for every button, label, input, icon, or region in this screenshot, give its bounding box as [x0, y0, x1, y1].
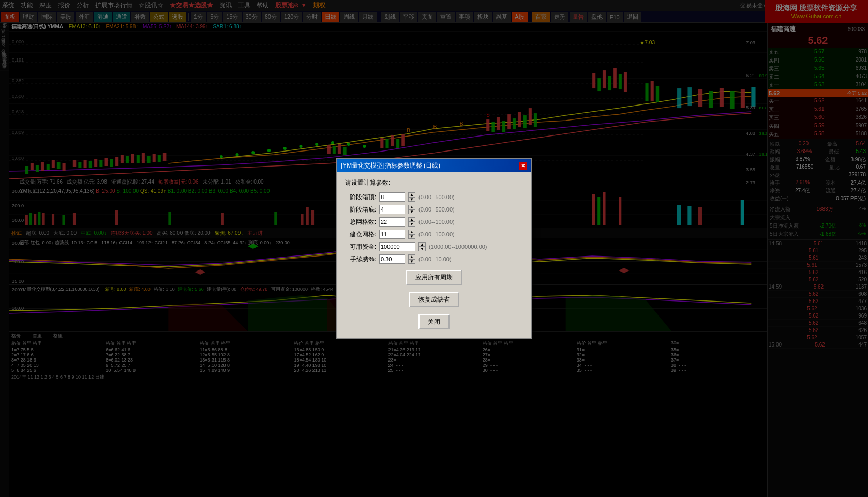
modal-spin-up-1[interactable]: ▲: [408, 205, 415, 209]
modal-body: 请设置计算参数: 阶段箱顶: ▲ ▼ (0.00--500.00) 阶段箱底: …: [337, 172, 531, 338]
modal-field-3: 建仓网格: ▲ ▼ (0.00--100.00): [345, 230, 523, 239]
modal-input-4[interactable]: [379, 242, 415, 251]
modal-label-0: 阶段箱顶:: [345, 193, 376, 202]
modal-spin-up-4[interactable]: ▲: [418, 242, 426, 247]
modal-spin-4: ▲ ▼: [418, 242, 426, 251]
modal-spin-up-2[interactable]: ▲: [408, 217, 415, 222]
modal-field-5: 手续费%: ▲ ▼ (0.00--10.00): [345, 254, 523, 264]
modal-spin-down-4[interactable]: ▼: [418, 247, 426, 251]
modal-title: [YM量化交模型]指标参数调整 (日线): [341, 161, 440, 170]
modal-spin-2: ▲ ▼: [408, 217, 415, 227]
modal-spin-up-5[interactable]: ▲: [408, 254, 415, 259]
modal-field-4: 可用资金: ▲ ▼ (1000.00--1000000.00): [345, 242, 523, 251]
modal-apply-btn[interactable]: 应用所有周期: [406, 270, 462, 285]
modal-spin-down-5[interactable]: ▼: [408, 259, 415, 264]
modal-range-1: (0.00--500.00): [418, 206, 455, 213]
modal-input-3[interactable]: [379, 230, 405, 239]
modal-spin-1: ▲ ▼: [408, 205, 415, 214]
modal-spin-up-0[interactable]: ▲: [408, 192, 415, 197]
modal-subtitle: 请设置计算参数:: [345, 178, 523, 187]
modal-overlay: [YM量化交模型]指标参数调整 (日线) ✕ 请设置计算参数: 阶段箱顶: ▲ …: [0, 0, 868, 497]
modal-label-5: 手续费%:: [345, 255, 376, 264]
modal-label-4: 可用资金:: [345, 243, 376, 251]
modal-range-3: (0.00--100.00): [418, 231, 455, 237]
modal-range-0: (0.00--500.00): [418, 194, 455, 200]
modal-range-4: (1000.00--1000000.00): [429, 244, 487, 250]
modal-close-btn[interactable]: 关闭: [418, 314, 450, 329]
modal-spin-up-3[interactable]: ▲: [408, 230, 415, 234]
modal-dialog: [YM量化交模型]指标参数调整 (日线) ✕ 请设置计算参数: 阶段箱顶: ▲ …: [336, 158, 532, 339]
modal-range-2: (0.00--100.00): [418, 219, 455, 225]
modal-close-x-btn[interactable]: ✕: [519, 162, 527, 170]
modal-spin-down-1[interactable]: ▼: [408, 209, 415, 214]
modal-spin-5: ▲ ▼: [408, 254, 415, 264]
modal-field-1: 阶段箱底: ▲ ▼ (0.00--500.00): [345, 205, 523, 214]
modal-label-1: 阶段箱底:: [345, 205, 376, 214]
modal-spin-down-3[interactable]: ▼: [408, 234, 415, 239]
modal-input-2[interactable]: [379, 217, 405, 227]
modal-input-0[interactable]: [379, 192, 405, 202]
modal-titlebar: [YM量化交模型]指标参数调整 (日线) ✕: [337, 159, 531, 172]
modal-label-2: 总网格数:: [345, 218, 376, 227]
modal-label-3: 建仓网格:: [345, 230, 376, 239]
modal-field-0: 阶段箱顶: ▲ ▼ (0.00--500.00): [345, 192, 523, 202]
modal-spin-3: ▲ ▼: [408, 230, 415, 239]
modal-input-1[interactable]: [379, 205, 405, 214]
modal-range-5: (0.00--10.00): [418, 256, 452, 262]
modal-spin-0: ▲ ▼: [408, 192, 415, 202]
modal-spin-down-0[interactable]: ▼: [408, 197, 415, 202]
modal-field-2: 总网格数: ▲ ▼ (0.00--100.00): [345, 217, 523, 227]
modal-spin-down-2[interactable]: ▼: [408, 222, 415, 227]
modal-input-5[interactable]: [379, 254, 405, 264]
modal-buttons: 应用所有周期 恢复成缺省 关闭: [345, 268, 523, 332]
modal-restore-btn[interactable]: 恢复成缺省: [409, 292, 459, 307]
